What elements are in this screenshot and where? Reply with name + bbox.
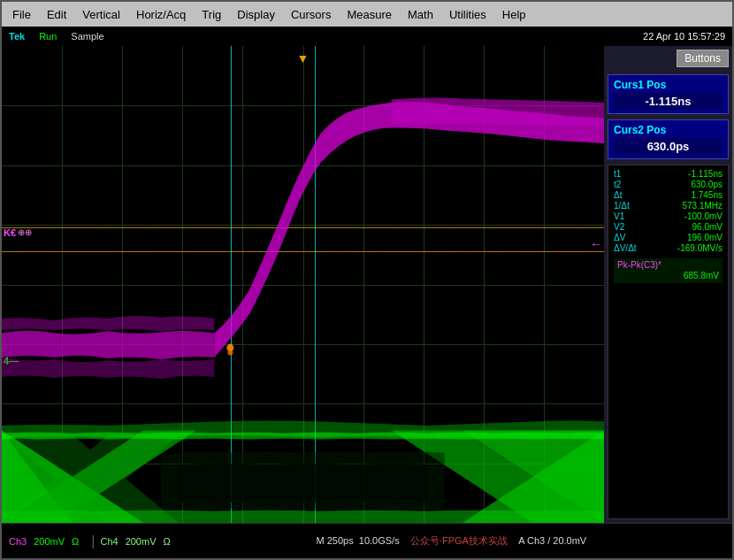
ch3-label: Ch3 bbox=[9, 536, 27, 547]
curs1-label: Curs1 Pos bbox=[614, 79, 723, 91]
menu-horiz-acq[interactable]: Horiz/Acq bbox=[129, 6, 193, 23]
trigger-info: A Ch3 / 20.0mV bbox=[518, 535, 586, 546]
meas-dvdt-value: -169.0MV/s bbox=[677, 243, 723, 253]
curs1-value: -1.115ns bbox=[614, 93, 723, 110]
ch4-ohm: Ω bbox=[163, 536, 170, 547]
ch3-scale: 200mV bbox=[34, 536, 65, 547]
measurements-panel: t1 -1.115ns t2 630.0ps Δt 1.745ns 1/Δt 5… bbox=[608, 165, 729, 519]
meas-v1-label: V1 bbox=[614, 211, 624, 221]
meas-t2-label: t2 bbox=[614, 180, 621, 189]
waveform-display bbox=[2, 46, 604, 523]
meas-t2-value: 630.0ps bbox=[691, 180, 723, 189]
time-div: M 250ps bbox=[316, 535, 353, 546]
sample-rate: 10.0GS/s bbox=[359, 535, 400, 546]
meas-dvdt: ΔV/Δt -169.0MV/s bbox=[614, 243, 723, 253]
curs2-box: Curs2 Pos 630.0ps bbox=[608, 119, 729, 159]
meas-t1: t1 -1.115ns bbox=[614, 169, 723, 179]
main-area: ▼ ← K€ 4— bbox=[2, 46, 732, 523]
menu-cursors[interactable]: Cursors bbox=[284, 6, 339, 23]
scope-screen: ▼ ← K€ 4— bbox=[2, 46, 604, 523]
meas-dv-label: ΔV bbox=[614, 233, 625, 242]
meas-inv-dt-label: 1/Δt bbox=[614, 201, 630, 211]
sample-label: Sample bbox=[71, 31, 103, 42]
bottom-bar: Ch3 200mV Ω | Ch4 200mV Ω M 250ps 10.0GS… bbox=[2, 523, 732, 558]
datetime-label: 22 Apr 10 15:57:29 bbox=[643, 31, 725, 42]
meas-dv: ΔV 196.0mV bbox=[614, 233, 723, 242]
menu-trig[interactable]: Trig bbox=[195, 6, 228, 23]
watermark: 公众号·FPGA技术实战 bbox=[410, 535, 508, 546]
meas-dt: Δt 1.745ns bbox=[614, 190, 723, 200]
bottom-center: M 250ps 10.0GS/s 公众号·FPGA技术实战 A Ch3 / 20… bbox=[178, 534, 725, 548]
ch4-label: Ch4 bbox=[100, 536, 118, 547]
curs1-box: Curs1 Pos -1.115ns bbox=[608, 74, 729, 114]
meas-inv-dt: 1/Δt 573.1MHz bbox=[614, 201, 723, 211]
meas-t1-value: -1.115ns bbox=[688, 169, 723, 179]
meas-dvdt-label: ΔV/Δt bbox=[614, 243, 637, 253]
brand-label: Tek bbox=[9, 31, 25, 42]
oscilloscope-frame: File Edit Vertical Horiz/Acq Trig Displa… bbox=[0, 0, 734, 560]
menu-help[interactable]: Help bbox=[495, 6, 533, 23]
meas-v2: V2 96.0mV bbox=[614, 222, 723, 232]
ch4-scale: 200mV bbox=[126, 536, 157, 547]
svg-point-1 bbox=[227, 349, 233, 356]
menu-measure[interactable]: Measure bbox=[340, 6, 399, 23]
ch3-marker: ⊕ bbox=[18, 227, 25, 237]
buttons-button[interactable]: Buttons bbox=[677, 50, 729, 67]
menu-math[interactable]: Math bbox=[401, 6, 440, 23]
run-label: Run bbox=[39, 31, 57, 42]
right-panel: Buttons Curs1 Pos -1.115ns Curs2 Pos 630… bbox=[604, 46, 732, 523]
meas-inv-dt-value: 573.1MHz bbox=[682, 201, 723, 211]
curs2-label: Curs2 Pos bbox=[614, 124, 723, 136]
meas-dv-value: 196.0mV bbox=[687, 233, 723, 242]
meas-v2-value: 96.0mV bbox=[692, 222, 723, 232]
meas-dt-label: Δt bbox=[614, 190, 622, 200]
status-bar: Tek Run Sample 22 Apr 10 15:57:29 bbox=[2, 27, 732, 46]
menu-file[interactable]: File bbox=[5, 6, 38, 23]
meas-t2: t2 630.0ps bbox=[614, 180, 723, 189]
menu-edit[interactable]: Edit bbox=[40, 6, 73, 23]
menu-vertical[interactable]: Vertical bbox=[75, 6, 127, 23]
pk-pk-row: Pk-Pk(C3)* 685.8mV bbox=[614, 258, 723, 283]
meas-v1: V1 -100.0mV bbox=[614, 211, 723, 221]
meas-t1-label: t1 bbox=[614, 169, 621, 179]
menu-bar: File Edit Vertical Horiz/Acq Trig Displa… bbox=[2, 2, 732, 27]
meas-dt-value: 1.745ns bbox=[691, 190, 723, 200]
pk-pk-label: Pk-Pk(C3)* bbox=[617, 260, 661, 270]
ch3-marker2: ⊕ bbox=[25, 227, 32, 237]
meas-v1-value: -100.0mV bbox=[684, 211, 723, 221]
ch3-ohm: Ω bbox=[72, 536, 79, 547]
menu-utilities[interactable]: Utilities bbox=[442, 6, 493, 23]
menu-display[interactable]: Display bbox=[230, 6, 282, 23]
meas-v2-label: V2 bbox=[614, 222, 624, 232]
pk-pk-value: 685.8mV bbox=[684, 271, 719, 280]
curs2-value: 630.0ps bbox=[614, 138, 723, 155]
